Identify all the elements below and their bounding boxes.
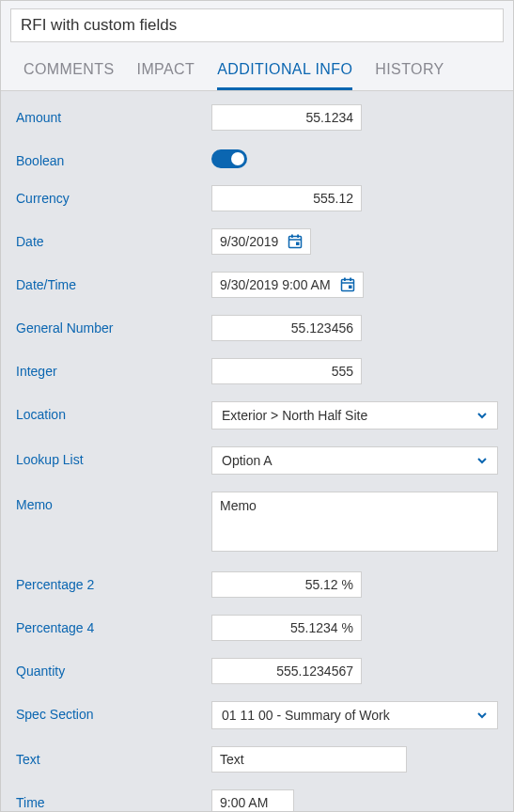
label-datetime: Date/Time bbox=[16, 272, 211, 292]
percentage-2-input[interactable] bbox=[211, 571, 362, 598]
tab-impact[interactable]: IMPACT bbox=[137, 55, 195, 90]
spec-section-select[interactable]: 01 11 00 - Summary of Work bbox=[211, 701, 498, 729]
tabs: COMMENTS IMPACT ADDITIONAL INFO HISTORY bbox=[10, 42, 504, 90]
svg-rect-7 bbox=[344, 278, 346, 282]
lookup-select[interactable]: Option A bbox=[211, 446, 498, 475]
amount-input[interactable] bbox=[211, 104, 362, 131]
quantity-input[interactable] bbox=[211, 658, 362, 684]
svg-rect-9 bbox=[349, 286, 352, 289]
chevron-down-icon bbox=[476, 710, 488, 721]
svg-rect-4 bbox=[296, 242, 300, 246]
datetime-value: 9/30/2019 9:00 AM bbox=[220, 277, 340, 292]
label-spec-section: Spec Section bbox=[16, 701, 211, 722]
date-input[interactable]: 9/30/2019 bbox=[211, 228, 311, 255]
label-quantity: Quantity bbox=[16, 658, 211, 679]
label-time: Time bbox=[16, 789, 211, 810]
location-value: Exterior > North Half Site bbox=[222, 408, 367, 423]
label-date: Date bbox=[16, 228, 211, 249]
tab-comments[interactable]: COMMENTS bbox=[23, 55, 115, 90]
label-memo: Memo bbox=[16, 492, 211, 512]
panel: COMMENTS IMPACT ADDITIONAL INFO HISTORY … bbox=[0, 0, 514, 812]
toggle-knob bbox=[231, 152, 244, 165]
integer-input[interactable] bbox=[211, 358, 362, 384]
label-currency: Currency bbox=[16, 185, 211, 206]
label-amount: Amount bbox=[16, 104, 211, 125]
label-lookup: Lookup List bbox=[16, 446, 211, 467]
header: COMMENTS IMPACT ADDITIONAL INFO HISTORY bbox=[1, 1, 513, 91]
location-select[interactable]: Exterior > North Half Site bbox=[211, 401, 498, 429]
tab-history[interactable]: HISTORY bbox=[375, 55, 444, 90]
datetime-input[interactable]: 9/30/2019 9:00 AM bbox=[211, 272, 364, 298]
svg-rect-2 bbox=[291, 235, 293, 239]
spec-section-value: 01 11 00 - Summary of Work bbox=[222, 708, 390, 723]
svg-rect-3 bbox=[297, 235, 299, 239]
label-location: Location bbox=[16, 401, 211, 422]
svg-rect-8 bbox=[350, 278, 351, 282]
chevron-down-icon bbox=[476, 410, 488, 421]
form-additional-info: Amount Boolean Currency Date 9/30/ bbox=[1, 91, 513, 811]
general-number-input[interactable] bbox=[211, 315, 362, 341]
label-percentage-4: Percentage 4 bbox=[16, 615, 211, 635]
calendar-icon[interactable] bbox=[340, 277, 355, 292]
chevron-down-icon bbox=[476, 455, 488, 466]
label-percentage-2: Percentage 2 bbox=[16, 571, 211, 592]
title-input[interactable] bbox=[10, 8, 504, 42]
date-value: 9/30/2019 bbox=[220, 234, 288, 249]
boolean-toggle[interactable] bbox=[211, 149, 247, 168]
label-integer: Integer bbox=[16, 358, 211, 379]
tab-additional-info[interactable]: ADDITIONAL INFO bbox=[217, 55, 352, 90]
currency-input[interactable] bbox=[211, 185, 362, 211]
label-boolean: Boolean bbox=[16, 148, 211, 168]
calendar-icon[interactable] bbox=[288, 234, 303, 249]
lookup-value: Option A bbox=[222, 453, 273, 468]
percentage-4-input[interactable] bbox=[211, 615, 362, 641]
label-general-number: General Number bbox=[16, 315, 211, 336]
label-text: Text bbox=[16, 746, 211, 767]
svg-rect-5 bbox=[341, 280, 353, 291]
svg-rect-0 bbox=[289, 237, 302, 248]
time-input[interactable] bbox=[211, 789, 294, 811]
memo-textarea[interactable] bbox=[211, 492, 498, 552]
text-input[interactable] bbox=[211, 746, 407, 773]
